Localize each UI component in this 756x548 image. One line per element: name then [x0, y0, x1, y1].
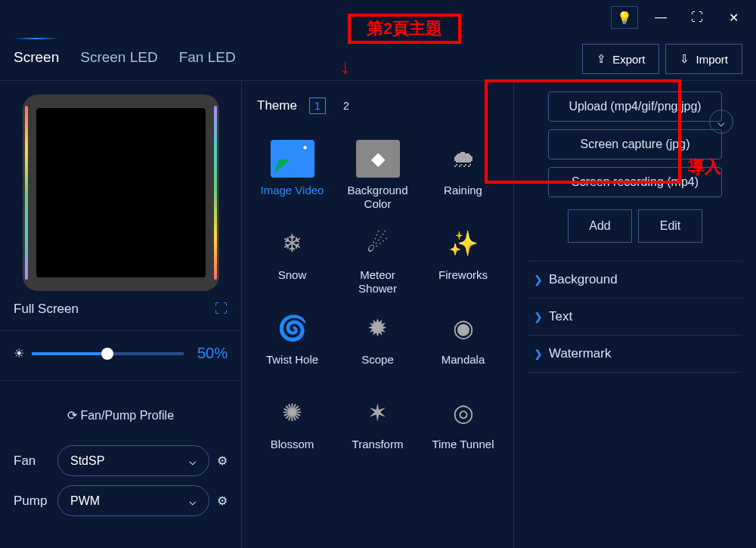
annotation-arrow-icon: ↓	[340, 54, 351, 79]
brightness-slider[interactable]	[32, 352, 184, 355]
right-panel: Upload (mp4/gif/png/jpg) Screen capture …	[514, 81, 756, 548]
export-icon: ⇪	[596, 52, 606, 66]
meteor-icon: ☄	[356, 224, 400, 262]
led-strip-left	[25, 106, 28, 280]
effect-raining[interactable]: 🌧Raining	[422, 137, 504, 214]
chevron-right-icon: ❯	[534, 311, 543, 323]
effect-transform[interactable]: ✶Transform	[336, 391, 419, 468]
import-icon: ⇩	[680, 52, 689, 66]
fan-pump-profile-link[interactable]: Fan/Pump Profile	[14, 408, 228, 423]
tunnel-icon: ◎	[442, 394, 485, 432]
image-video-icon	[271, 140, 314, 178]
chevron-right-icon: ❯	[534, 274, 543, 286]
fullscreen-label: Full Screen	[14, 302, 79, 317]
effect-image-video[interactable]: Image Video	[251, 137, 333, 214]
mandala-icon: ◉	[442, 309, 485, 347]
snow-icon: ❄	[271, 224, 314, 262]
middle-panel: Theme 1 2 Image Video ◆Background Color …	[242, 81, 514, 548]
effect-background-color[interactable]: ◆Background Color	[336, 137, 419, 214]
effect-fireworks[interactable]: ✨Fireworks	[422, 221, 504, 299]
add-button[interactable]: Add	[568, 209, 632, 243]
effect-scope[interactable]: ✹Scope	[336, 306, 419, 383]
blossom-icon: ✺	[271, 394, 314, 432]
lightbulb-icon: 💡	[617, 11, 632, 25]
transform-icon: ✶	[356, 394, 400, 432]
pump-settings-icon[interactable]: ⚙	[217, 494, 228, 508]
led-strip-right	[214, 106, 217, 280]
theme-label: Theme	[257, 98, 297, 113]
fullscreen-icon[interactable]: ⛶	[215, 302, 228, 317]
close-button[interactable]: ✕	[720, 6, 747, 29]
theme-2-button[interactable]: 2	[338, 98, 355, 114]
effect-blossom[interactable]: ✺Blossom	[251, 391, 333, 468]
brightness-icon: ☀	[14, 346, 24, 361]
annotation-box-page2: 第2頁主題	[348, 14, 461, 44]
effect-meteor-shower[interactable]: ☄Meteor Shower	[336, 221, 419, 299]
tab-screen-led[interactable]: Screen LED	[80, 49, 157, 75]
left-panel: Full Screen ⛶ ☀ 50% Fan/Pump Profile Fan…	[0, 81, 242, 548]
fan-label: Fan	[14, 454, 50, 469]
export-button[interactable]: ⇪Export	[582, 44, 659, 74]
brightness-value: 50%	[197, 345, 228, 362]
annotation-import-label: 導入	[688, 156, 721, 178]
theme-1-button[interactable]: 1	[309, 98, 326, 114]
tab-screen[interactable]: Screen	[14, 49, 59, 75]
accordion-text[interactable]: ❯Text	[528, 299, 742, 336]
screen-preview	[23, 94, 219, 291]
maximize-button[interactable]: ⛶	[683, 6, 711, 29]
raining-icon: 🌧	[442, 140, 485, 178]
minimize-button[interactable]: —	[647, 6, 674, 29]
screen-capture-button[interactable]: Screen capture (jpg)	[548, 129, 722, 159]
chevron-down-icon: ⌵	[717, 115, 725, 129]
effect-snow[interactable]: ❄Snow	[251, 221, 333, 299]
effect-mandala[interactable]: ◉Mandala	[422, 306, 504, 383]
fireworks-icon: ✨	[442, 224, 485, 262]
edit-button[interactable]: Edit	[638, 209, 702, 243]
chevron-right-icon: ❯	[534, 348, 543, 360]
import-button[interactable]: ⇩Import	[665, 44, 742, 74]
tip-button[interactable]: 💡	[611, 6, 638, 29]
fan-select[interactable]: StdSP⌵	[57, 445, 209, 476]
scope-icon: ✹	[356, 309, 400, 347]
tab-fan-led[interactable]: Fan LED	[179, 49, 236, 75]
upload-button[interactable]: Upload (mp4/gif/png/jpg)	[548, 91, 722, 122]
chevron-down-icon: ⌵	[189, 454, 197, 468]
bgcolor-icon: ◆	[356, 140, 400, 178]
pump-label: Pump	[14, 494, 50, 509]
chevron-down-icon: ⌵	[189, 494, 197, 508]
twist-icon: 🌀	[271, 309, 314, 347]
effect-time-tunnel[interactable]: ◎Time Tunnel	[422, 391, 504, 468]
accordion-background[interactable]: ❯Background	[528, 262, 742, 299]
effect-twist-hole[interactable]: 🌀Twist Hole	[251, 306, 333, 383]
fan-settings-icon[interactable]: ⚙	[217, 454, 228, 468]
dropdown-button[interactable]: ⌵	[709, 110, 733, 134]
accordion-watermark[interactable]: ❯Watermark	[528, 336, 742, 373]
pump-select[interactable]: PWM⌵	[57, 485, 209, 516]
